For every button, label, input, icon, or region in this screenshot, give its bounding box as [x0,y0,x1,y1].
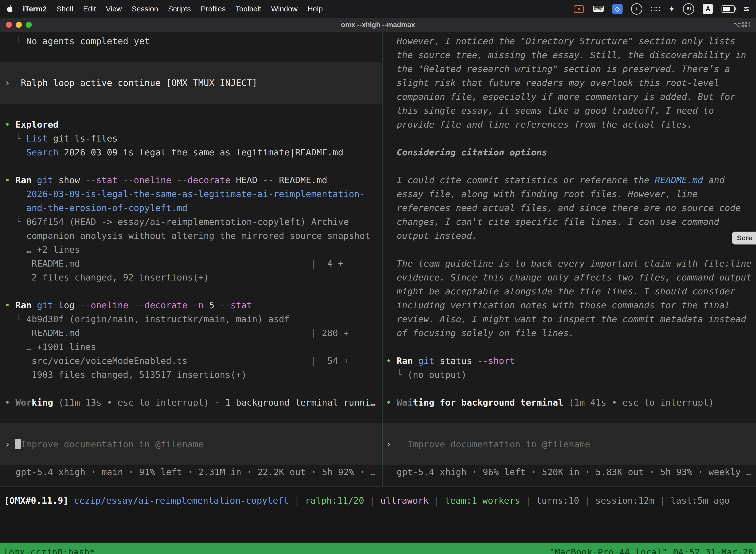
menu-items: ShellEditViewSessionScriptsProfilesToolb… [57,5,323,13]
window-title-bar: omx --xhigh --madmax ⌥⌘1 [0,18,756,32]
terminal-line: essay file, along with finding root file… [382,187,756,201]
explored-header: • Explored [0,118,382,131]
terminal-line [0,159,382,173]
ran-git-show: • Ran git show --stat --oneline --decora… [0,173,382,187]
omx-status-bar: [OMX#0.11.9] cczip/essay/ai-reimplementa… [0,487,756,543]
terminal-line: slight risk that future readers may over… [382,76,756,90]
menu-view[interactable]: View [106,5,122,13]
left-terminal-pane[interactable]: └ No agents completed yet› Ralph loop ac… [0,32,382,487]
terminal-line [0,104,382,118]
terminal-line [382,159,756,173]
terminal-line [382,382,756,396]
terminal-line [382,409,756,424]
terminal-line: provide file and line references from th… [382,118,756,131]
screen-capture-pill[interactable]: Scre [732,232,756,244]
terminal-line [382,243,756,257]
iterm2-window: iTerm2 ShellEditViewSessionScriptsProfil… [0,0,756,554]
terminal-line: └ No agents completed yet [0,34,382,48]
shortcuts-icon[interactable]: ✦ [668,4,674,14]
menu-bar-status-icons: ⌨◇✳∷∷✦.61A≋ [574,3,750,15]
omx-session-status: [OMX#0.11.9] cczip/essay/ai-reimplementa… [0,494,756,508]
terminal-line [0,382,382,396]
apple-menu-icon[interactable] [6,5,13,13]
terminal-line: this single essay, it seems like a good … [382,104,756,118]
terminal-line: … +2 lines [0,243,382,257]
active-app-name[interactable]: iTerm2 [23,5,47,13]
prompt-input[interactable]: › Improve documentation in @filename [382,437,756,451]
thinking-heading: Considering citation options [382,146,756,159]
terminal-line: └ (no output) [382,368,756,382]
terminal-line: └ 4b9d30f (origin/main, instructkr/main,… [0,312,382,326]
keyboard-icon[interactable]: ⌨ [592,4,604,14]
tmux-session-window: [omx-cczip0:bash* [3,547,95,554]
terminal-line: However, I noticed the "Directory Struct… [382,34,756,48]
terminal-line: output instead. [382,229,756,243]
terminal-line: … +1901 lines [0,340,382,354]
terminal-area: └ No agents completed yet› Ralph loop ac… [0,32,756,487]
model-status-line: gpt-5.4 xhigh · main · 91% left · 2.31M … [0,465,382,479]
menu-profiles[interactable]: Profiles [201,5,226,13]
terminal-line: └ List git ls-files [0,131,382,146]
menu-window[interactable]: Window [271,5,298,13]
menu-shell[interactable]: Shell [57,5,73,13]
terminal-line: might be acceptable alongside the file l… [382,284,756,298]
terminal-line: src/voice/voiceModeEnabled.ts | 54 + [0,354,382,368]
terminal-line: I could cite commit statistics or refere… [382,173,756,187]
input-source-icon[interactable]: A [703,4,713,14]
terminal-line [382,451,756,465]
circular-app-icon[interactable]: ✳ [631,3,642,15]
terminal-line: including verification notes with those … [382,298,756,312]
ralph-loop-banner: › Ralph loop active continue [OMX_TMUX_I… [0,76,382,90]
wifi-icon[interactable]: ≋ [743,4,750,14]
terminal-line: Search 2026-03-09-is-legal-the-same-as-l… [0,146,382,159]
menu-toolbelt[interactable]: Toolbelt [236,5,261,13]
waiting-status: • Waiting for background terminal (1m 41… [382,396,756,409]
model-status-line: gpt-5.4 xhigh · 96% left · 520K in · 5.8… [382,465,756,479]
terminal-line: companion file, especially if more comme… [382,90,756,104]
terminal-line [0,424,382,437]
terminal-line: 2 files changed, 92 insertions(+) [0,271,382,284]
terminal-line [0,409,382,424]
terminal-line: the "Related research writing" section i… [382,62,756,76]
terminal-line: companion analysis without altering the … [0,229,382,243]
window-shortcut-hint: ⌥⌘1 [734,21,752,29]
terminal-line: README.md | 280 + [0,326,382,340]
terminal-line: README.md | 4 + [0,257,382,271]
window-title: omx --xhigh --madmax [0,21,756,29]
grid-menu-icon[interactable]: ∷∷ [651,4,660,14]
prompt-input[interactable]: › Improve documentation in @filename [0,437,382,451]
menu-session[interactable]: Session [132,5,158,13]
tmux-host-clock: "MacBook-Pro-44.local" 04:52 31-Mar-26 [549,547,754,554]
raycast-icon[interactable]: ◇ [612,4,623,14]
terminal-line: the source tree, missing the essay. Stil… [382,48,756,62]
tmux-status-bar: [omx-cczip0:bash* "MacBook-Pro-44.local"… [0,543,756,554]
terminal-line: review. Also, I might want to inspect th… [382,312,756,326]
battery-percentage-badge[interactable]: .61 [683,3,694,15]
terminal-line: └ 067f154 (HEAD -> essay/ai-reimplementa… [0,215,382,229]
battery-icon[interactable] [721,5,735,13]
screen-record-indicator[interactable] [574,5,584,13]
terminal-line [0,62,382,76]
terminal-line: evidence. Since this change only affects… [382,271,756,284]
terminal-line: and-the-erosion-of-copyleft.md [0,201,382,215]
terminal-line: changes, I can't cite specific file line… [382,215,756,229]
terminal-line [382,424,756,437]
terminal-line [0,451,382,465]
terminal-line [0,90,382,104]
terminal-line: references need actual files, and since … [382,201,756,215]
terminal-line: of focusing solely on file lines. [382,326,756,340]
terminal-line: The team guideline is to back every impo… [382,257,756,271]
terminal-line [0,284,382,298]
right-terminal-pane[interactable]: However, I noticed the "Directory Struct… [382,32,756,487]
working-status: • Working (11m 13s • esc to interrupt) ·… [0,396,382,409]
terminal-line [382,131,756,146]
terminal-line: 2026-03-09-is-legal-the-same-as-legitima… [0,187,382,201]
menu-help[interactable]: Help [308,5,323,13]
menu-edit[interactable]: Edit [83,5,96,13]
ran-git-log: • Ran git log --oneline --decorate -n 5 … [0,298,382,312]
terminal-line: 1903 files changed, 513517 insertions(+) [0,368,382,382]
ran-git-status: • Ran git status --short [382,354,756,368]
terminal-line [0,48,382,62]
menu-scripts[interactable]: Scripts [168,5,191,13]
macos-menu-bar: iTerm2 ShellEditViewSessionScriptsProfil… [0,0,756,18]
